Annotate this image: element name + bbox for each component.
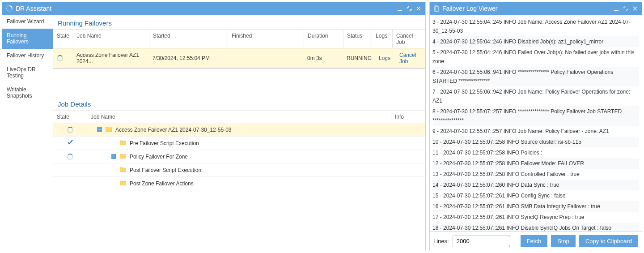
folder-icon — [120, 180, 126, 187]
col-started[interactable]: Started ↓ — [149, 30, 228, 48]
sidebar-item-running-failovers[interactable]: Running Failovers — [2, 29, 53, 49]
svg-rect-3 — [435, 7, 439, 11]
log-minimize-icon[interactable] — [613, 4, 619, 13]
details-col-info[interactable]: Info — [391, 111, 425, 123]
log-window-title: Failover Log Viewer — [442, 5, 610, 12]
tree-node-label: Pre Failover Script Execution — [130, 140, 199, 146]
expand-icon[interactable]: + — [111, 154, 116, 159]
tree-node-label: Access Zone Failover AZ1 2024-07-30_12-5… — [115, 127, 231, 133]
log-viewer-icon — [433, 5, 440, 12]
log-line: 4 - 2024-07-30 12:55:04::246 INFO Disabl… — [432, 36, 639, 47]
col-cancel[interactable]: Cancel Job — [393, 30, 425, 48]
log-line: 5 - 2024-07-30 12:55:04::246 INFO Failed… — [432, 47, 639, 67]
log-title-bar[interactable]: Failover Log Viewer — [430, 2, 642, 15]
log-line: 15 - 2024-07-30 12:55:07::261 INFO Confi… — [432, 190, 639, 201]
dr-assistant-icon — [6, 5, 13, 12]
col-status[interactable]: Status — [343, 30, 372, 48]
log-line: 18 - 2024-07-30 12:55:07::261 INFO Disab… — [432, 223, 639, 231]
col-duration[interactable]: Duration — [304, 30, 343, 48]
col-logs[interactable]: Logs — [372, 30, 393, 48]
svg-rect-4 — [614, 10, 619, 11]
running-spinner-icon — [57, 55, 63, 61]
job-details-title: Job Details — [53, 96, 425, 111]
log-maximize-icon[interactable] — [622, 4, 629, 13]
cell-job-name: Access Zone Failover AZ1 2024... — [73, 50, 149, 66]
cell-duration: 0m 3s — [304, 53, 343, 63]
folder-icon — [106, 126, 112, 133]
tree-row[interactable]: −Access Zone Failover AZ1 2024-07-30_12-… — [53, 123, 425, 137]
tree-info-cell — [391, 142, 425, 145]
sidebar-item-failover-history[interactable]: Failover History — [2, 49, 53, 63]
tree-state-cell — [53, 127, 87, 133]
log-line: 10 - 2024-07-30 12:55:07::258 INFO Sourc… — [432, 137, 639, 147]
fetch-button[interactable]: Fetch — [521, 235, 548, 247]
log-line: 3 - 2024-07-30 12:55:04::245 INFO Job Na… — [432, 17, 639, 36]
logs-link[interactable]: Logs — [379, 55, 390, 61]
dr-title-bar[interactable]: DR Assistant — [2, 2, 425, 15]
tree-node-label: Post Failover Script Execution — [130, 167, 201, 173]
tree-job-cell: −Access Zone Failover AZ1 2024-07-30_12-… — [87, 125, 391, 134]
svg-rect-1 — [398, 10, 402, 11]
running-spinner-icon — [67, 154, 73, 160]
cell-started: 7/30/2024, 12:55:04 PM — [149, 53, 228, 63]
tree-node-label: Post Zone Failover Actions — [130, 180, 194, 187]
running-spinner-icon — [67, 127, 73, 133]
log-line: 8 - 2024-07-30 12:55:07::257 INFO ******… — [432, 106, 639, 126]
tree-info-cell — [391, 155, 425, 158]
maximize-icon[interactable] — [406, 4, 412, 13]
log-line: 17 - 2024-07-30 12:55:07::261 INFO SyncI… — [432, 212, 639, 223]
log-line: 16 - 2024-07-30 12:55:07::261 INFO SMB D… — [432, 201, 639, 212]
cell-finished — [228, 56, 304, 60]
log-line: 11 - 2024-07-30 12:55:07::258 INFO Polic… — [432, 147, 639, 158]
running-failovers-grid: State Job Name Started ↓ Finished Durati… — [53, 30, 425, 69]
close-icon[interactable] — [415, 4, 422, 13]
col-state[interactable]: State — [53, 30, 73, 48]
col-job-name[interactable]: Job Name — [73, 30, 149, 48]
details-col-state[interactable]: State — [53, 111, 87, 123]
details-col-job[interactable]: Job Name — [87, 111, 391, 123]
sidebar-item-liveops-dr-testing[interactable]: LiveOps DR Testing — [2, 63, 53, 83]
tree-info-cell — [391, 129, 425, 131]
log-viewer-window: Failover Log Viewer 3 - 2024-07-30 12:55… — [429, 2, 642, 251]
cancel-job-link[interactable]: Cancel Job — [399, 52, 416, 64]
log-footer: Lines: ▲ ▼ Fetch Stop Copy to Clipboard — [430, 231, 642, 251]
copy-clipboard-button[interactable]: Copy to Clipboard — [579, 235, 638, 247]
tree-row[interactable]: Pre Failover Script Execution — [53, 137, 425, 150]
sidebar-item-writable-snapshots[interactable]: Writable Snapshots — [2, 83, 53, 103]
folder-icon — [120, 153, 126, 160]
tree-info-cell — [391, 169, 425, 172]
folder-icon — [120, 167, 126, 173]
log-line: 7 - 2024-07-30 12:55:06::942 INFO Job Na… — [432, 86, 639, 106]
log-close-icon[interactable] — [631, 4, 638, 13]
log-lines-area[interactable]: 3 - 2024-07-30 12:55:04::245 INFO Job Na… — [430, 15, 642, 231]
running-row[interactable]: Access Zone Failover AZ1 2024... 7/30/20… — [53, 48, 425, 69]
lines-label: Lines: — [433, 238, 449, 244]
dr-window-title: DR Assistant — [16, 5, 394, 12]
sidebar-item-failover-wizard[interactable]: Failover Wizard — [2, 15, 53, 29]
dr-sidebar: Failover WizardRunning FailoversFailover… — [2, 15, 53, 251]
tree-node-label: Policy Failover For Zone — [130, 154, 188, 160]
log-line: 14 - 2024-07-30 12:55:07::260 INFO Data … — [432, 180, 639, 190]
tree-info-cell — [391, 182, 425, 185]
collapse-icon[interactable]: − — [97, 127, 102, 132]
check-icon — [67, 139, 73, 147]
col-finished[interactable]: Finished — [228, 30, 304, 48]
log-line: 9 - 2024-07-30 12:55:07::257 INFO Job Na… — [432, 126, 639, 137]
sort-down-icon: ↓ — [174, 33, 177, 39]
cell-status: RUNNING — [343, 53, 375, 63]
stop-button[interactable]: Stop — [551, 235, 576, 247]
col-started-label: Started — [153, 33, 170, 39]
job-details-grid: State Job Name Info −Access Zone Failove… — [53, 111, 425, 190]
log-line: 12 - 2024-07-30 12:55:07::258 INFO Failo… — [432, 158, 639, 169]
tree-row[interactable]: Post Failover Script Execution — [53, 163, 425, 177]
running-failovers-title: Running Failovers — [53, 15, 425, 30]
dr-assistant-window: DR Assistant Failover WizardRunning Fail… — [2, 2, 426, 251]
running-grid-header: State Job Name Started ↓ Finished Durati… — [53, 30, 425, 48]
tree-row[interactable]: +Policy Failover For Zone — [53, 150, 425, 163]
tree-row[interactable]: Post Zone Failover Actions — [53, 177, 425, 190]
tree-state-cell — [53, 139, 87, 147]
minimize-icon[interactable] — [396, 4, 403, 13]
tree-job-cell: Post Failover Script Execution — [87, 165, 391, 175]
lines-input[interactable]: ▲ ▼ — [453, 236, 510, 247]
log-line: 6 - 2024-07-30 12:55:06::941 INFO ******… — [432, 67, 639, 86]
